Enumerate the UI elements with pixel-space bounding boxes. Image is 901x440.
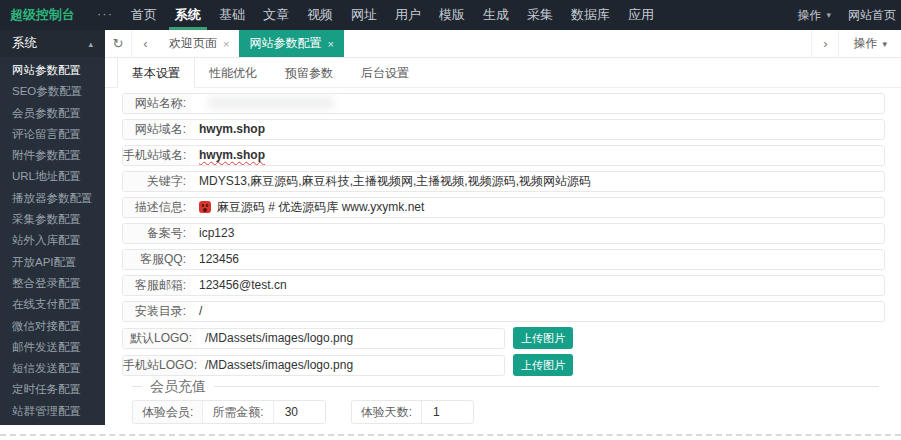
- topnav-item-database[interactable]: 数据库: [567, 0, 614, 30]
- sidebar-group-label: 系统: [12, 35, 37, 52]
- tab-label: 欢迎页面: [169, 35, 217, 52]
- member-recharge-section: 会员充值 体验会员: 所需金额: 30 体验天数: 1: [132, 386, 879, 424]
- page-tabbar: ↻ ‹ 欢迎页面 × 网站参数配置 × › 操作 ▾: [105, 30, 901, 58]
- field-label: 描述信息:: [123, 198, 191, 217]
- sidebar-item-collect-params[interactable]: 采集参数配置: [0, 209, 105, 230]
- sidebar-item-seo-params[interactable]: SEO参数配置: [0, 81, 105, 102]
- mobile-domain-input[interactable]: hwym.shop: [191, 146, 884, 165]
- topnav-item-template[interactable]: 模版: [435, 0, 469, 30]
- days-input[interactable]: 1: [421, 401, 473, 423]
- settings-subtabs: 基本设置 性能优化 预留参数 后台设置: [105, 58, 901, 88]
- sidebar-item-integrated-login[interactable]: 整合登录配置: [0, 273, 105, 294]
- form-row-site-name: 网站名称:: [122, 93, 885, 114]
- field-label: 客服邮箱:: [123, 276, 191, 295]
- field-label: 安装目录:: [123, 302, 191, 321]
- topbar-operate-menu[interactable]: 操作 ▾: [797, 7, 831, 24]
- topnav-item-app[interactable]: 应用: [624, 0, 658, 30]
- blurred-value: [207, 97, 335, 109]
- chevron-left-icon[interactable]: ‹: [132, 30, 159, 57]
- service-email-input[interactable]: 123456@test.cn: [191, 276, 884, 295]
- tab-website-params[interactable]: 网站参数配置 ×: [239, 30, 343, 57]
- topnav-item-video[interactable]: 视频: [303, 0, 337, 30]
- amount-label: 所需金额:: [203, 401, 272, 423]
- chevron-right-icon[interactable]: ›: [811, 30, 838, 57]
- amount-input[interactable]: 30: [273, 401, 325, 423]
- sidebar-item-sitegroup-config[interactable]: 站群管理配置: [0, 401, 105, 422]
- settings-form: 网站名称: 网站域名: hwym.shop 手机站域名: hwym.shop: [105, 88, 901, 424]
- site-home-link[interactable]: 网站首页: [848, 7, 896, 24]
- close-icon[interactable]: ×: [223, 38, 229, 50]
- sidebar-item-open-api[interactable]: 开放API配置: [0, 252, 105, 273]
- field-label: 手机站LOGO:: [123, 356, 197, 375]
- topnav-item-generate[interactable]: 生成: [479, 0, 513, 30]
- tab-operate-label: 操作: [853, 35, 877, 52]
- subtab-performance[interactable]: 性能优化: [195, 58, 271, 87]
- sidebar-item-member-params[interactable]: 会员参数配置: [0, 103, 105, 124]
- icp-input[interactable]: icp123: [191, 224, 884, 243]
- sidebar-item-player-params[interactable]: 播放器参数配置: [0, 188, 105, 209]
- form-row-install-dir: 安装目录: /: [122, 301, 885, 322]
- keywords-input[interactable]: MDYS13,麻豆源码,麻豆科技,主播视频网,主播视频,视频源码,视频网站源码: [191, 172, 884, 191]
- sidebar-item-sms-config[interactable]: 短信发送配置: [0, 358, 105, 379]
- install-dir-input[interactable]: /: [191, 302, 884, 321]
- ogre-emoji-icon: [199, 201, 211, 213]
- caret-down-icon: ▾: [882, 39, 887, 49]
- sidebar-group-system[interactable]: 系统 ▴: [0, 30, 105, 57]
- subtab-basic-settings[interactable]: 基本设置: [117, 58, 195, 87]
- topnav-item-user[interactable]: 用户: [391, 0, 425, 30]
- sidebar-item-url-config[interactable]: URL地址配置: [0, 166, 105, 187]
- field-label: 默认LOGO:: [123, 329, 197, 348]
- trial-days-box: 体验天数: 1: [351, 400, 474, 424]
- main-content: ↻ ‹ 欢迎页面 × 网站参数配置 × › 操作 ▾ 基本设置 性能优化 预留参…: [105, 30, 901, 424]
- member-recharge-row: 体验会员: 所需金额: 30 体验天数: 1: [132, 400, 879, 424]
- site-domain-input[interactable]: hwym.shop: [191, 120, 884, 139]
- sidebar: 系统 ▴ 网站参数配置 SEO参数配置 会员参数配置 评论留言配置 附件参数配置…: [0, 30, 105, 425]
- more-menu-icon[interactable]: ···: [88, 0, 122, 30]
- mobile-logo-input[interactable]: /MDassets/images/logo.png: [197, 356, 504, 375]
- trial-member-box: 体验会员: 所需金额: 30: [132, 400, 326, 424]
- service-qq-input[interactable]: 123456: [191, 250, 884, 269]
- topnav-item-basic[interactable]: 基础: [215, 0, 249, 30]
- topnav-item-article[interactable]: 文章: [259, 0, 293, 30]
- description-input[interactable]: 麻豆源码 # 优选源码库 www.yxymk.net: [191, 198, 884, 217]
- caret-down-icon: ▾: [826, 10, 831, 20]
- close-icon[interactable]: ×: [327, 38, 333, 50]
- sidebar-item-comment-config[interactable]: 评论留言配置: [0, 124, 105, 145]
- topnav-item-system[interactable]: 系统: [171, 0, 205, 30]
- refresh-icon[interactable]: ↻: [105, 30, 132, 57]
- topnav-item-collect[interactable]: 采集: [523, 0, 557, 30]
- form-row-site-domain: 网站域名: hwym.shop: [122, 119, 885, 140]
- page-bottom-dashed-divider: [0, 434, 901, 436]
- sidebar-menu: 网站参数配置 SEO参数配置 会员参数配置 评论留言配置 附件参数配置 URL地…: [0, 57, 105, 422]
- topnav-item-home[interactable]: 首页: [127, 0, 161, 30]
- sidebar-item-wechat-config[interactable]: 微信对接配置: [0, 316, 105, 337]
- subtab-reserved-params[interactable]: 预留参数: [271, 58, 347, 87]
- form-row-service-qq: 客服QQ: 123456: [122, 249, 885, 270]
- subtab-backend-settings[interactable]: 后台设置: [347, 58, 423, 87]
- sidebar-item-website-params[interactable]: 网站参数配置: [0, 60, 105, 81]
- form-row-mobile-logo: 手机站LOGO: /MDassets/images/logo.png 上传图片: [122, 354, 885, 376]
- sidebar-item-offsite-storage[interactable]: 站外入库配置: [0, 230, 105, 251]
- tab-welcome-page[interactable]: 欢迎页面 ×: [159, 30, 239, 57]
- caret-up-icon: ▴: [88, 39, 93, 49]
- field-label: 客服QQ:: [123, 250, 191, 269]
- sidebar-item-email-config[interactable]: 邮件发送配置: [0, 337, 105, 358]
- trial-member-label: 体验会员:: [133, 401, 203, 423]
- topbar-right: 操作 ▾ 网站首页: [797, 0, 901, 30]
- form-row-mobile-domain: 手机站域名: hwym.shop: [122, 145, 885, 166]
- default-logo-input[interactable]: /MDassets/images/logo.png: [197, 329, 504, 348]
- tabbar-spacer: [344, 30, 812, 57]
- sidebar-item-online-payment[interactable]: 在线支付配置: [0, 294, 105, 315]
- sidebar-item-attachment-params[interactable]: 附件参数配置: [0, 145, 105, 166]
- form-row-service-email: 客服邮箱: 123456@test.cn: [122, 275, 885, 296]
- upload-image-button[interactable]: 上传图片: [513, 354, 573, 376]
- field-label: 备案号:: [123, 224, 191, 243]
- tab-operate-menu[interactable]: 操作 ▾: [838, 30, 901, 57]
- topnav-item-url[interactable]: 网址: [347, 0, 381, 30]
- field-label: 网站域名:: [123, 120, 191, 139]
- upload-image-button[interactable]: 上传图片: [513, 327, 573, 349]
- form-row-description: 描述信息: 麻豆源码 # 优选源码库 www.yxymk.net: [122, 197, 885, 218]
- site-name-input[interactable]: [191, 94, 884, 113]
- sidebar-item-cron-config[interactable]: 定时任务配置: [0, 379, 105, 400]
- app-title: 超级控制台: [0, 0, 88, 30]
